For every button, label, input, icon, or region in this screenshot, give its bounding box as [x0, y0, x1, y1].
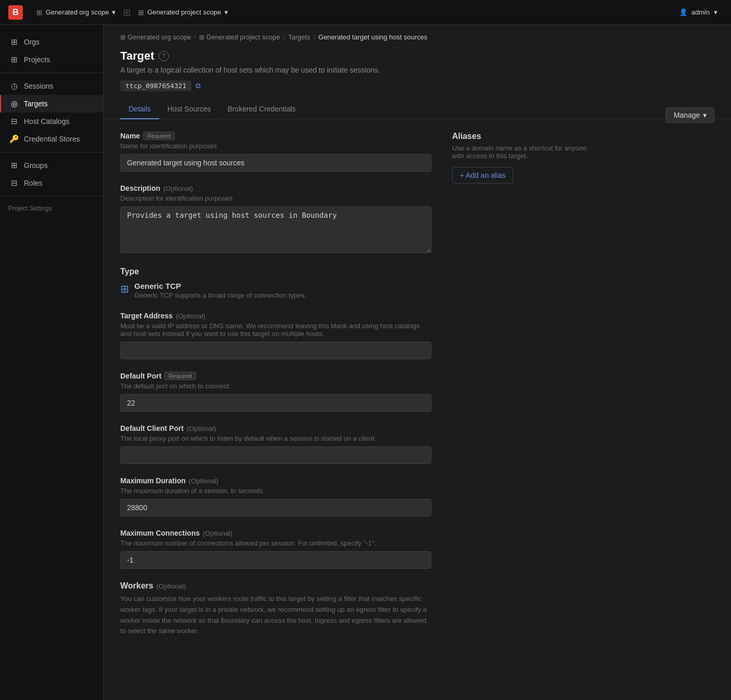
- sidebar-item-targets[interactable]: ◎ Targets: [0, 95, 103, 113]
- admin-user-icon: 👤: [679, 8, 687, 16]
- workers-optional-badge: (Optional): [157, 582, 186, 590]
- admin-menu[interactable]: 👤 admin ▾: [674, 6, 723, 18]
- targets-icon: ◎: [9, 99, 19, 108]
- target-address-label: Target Address: [120, 312, 173, 320]
- orgs-icon: ⊞: [9, 37, 19, 47]
- sidebar-item-roles[interactable]: ⊟ Roles: [0, 174, 103, 192]
- field-max-connections: Maximum Connections (Optional) The maxim…: [120, 529, 431, 569]
- default-port-required-badge: Required: [164, 372, 196, 380]
- max-duration-label: Maximum Duration: [120, 477, 186, 485]
- max-connections-optional-badge: (Optional): [203, 529, 232, 537]
- aliases-title: Aliases: [452, 132, 587, 141]
- sidebar-item-label-sessions: Sessions: [24, 82, 53, 90]
- default-port-input[interactable]: [120, 394, 431, 412]
- default-client-port-input[interactable]: [120, 446, 431, 464]
- name-input[interactable]: [120, 154, 431, 172]
- id-row: ttcp_0987654321 ⧉: [120, 80, 714, 91]
- sidebar-project-settings[interactable]: Project Settings: [0, 201, 103, 216]
- project-scope-selector[interactable]: ⊞ Generated project scope ▾: [133, 6, 233, 19]
- sidebar: ⊞ Orgs ⊞ Projects ◷ Sessions ◎ Targets ⊟…: [0, 25, 104, 700]
- admin-chevron-icon: ▾: [714, 8, 718, 16]
- max-duration-input[interactable]: [120, 499, 431, 516]
- help-icon[interactable]: ?: [159, 51, 169, 61]
- target-address-input[interactable]: [120, 342, 431, 359]
- max-duration-optional-badge: (Optional): [189, 477, 218, 485]
- topnav-separator: ⊞: [123, 7, 131, 18]
- description-label: Description: [120, 184, 160, 192]
- default-client-port-label: Default Client Port: [120, 424, 184, 432]
- field-description: Description (Optional) Description for i…: [120, 184, 431, 255]
- app-logo[interactable]: B: [8, 5, 23, 20]
- max-connections-desc: The maximum number of connections allowe…: [120, 539, 431, 547]
- org-scope-chevron-icon: ▾: [112, 8, 116, 16]
- target-id: ttcp_0987654321: [120, 80, 191, 91]
- description-textarea[interactable]: Provides a target using host sources in …: [120, 206, 431, 253]
- add-alias-button[interactable]: + Add an alias: [452, 167, 513, 184]
- breadcrumb-org[interactable]: ⊞ Generated org scope: [120, 33, 191, 41]
- workers-desc: You can customize how your workers route…: [120, 594, 431, 637]
- sidebar-item-label-host-catalogs: Host Catalogs: [24, 117, 69, 125]
- copy-id-icon[interactable]: ⧉: [195, 81, 201, 90]
- content-area: Name Required Name for identification pu…: [104, 119, 731, 649]
- admin-label: admin: [692, 8, 710, 16]
- side-panel: Aliases Use a domain name as a shortcut …: [452, 132, 587, 637]
- max-duration-desc: The maximum duration of a session, in se…: [120, 487, 431, 495]
- tab-host-sources[interactable]: Host Sources: [159, 100, 219, 119]
- target-address-optional-badge: (Optional): [176, 312, 205, 320]
- field-default-client-port: Default Client Port (Optional) The local…: [120, 424, 431, 464]
- page-subtitle: A target is a logical collection of host…: [120, 66, 714, 74]
- tab-brokered-credentials[interactable]: Brokered Credentials: [219, 100, 304, 119]
- projects-icon: ⊞: [9, 55, 19, 64]
- field-name: Name Required Name for identification pu…: [120, 132, 431, 172]
- type-card: ⊞ Generic TCP Generic TCP supports a bro…: [120, 282, 431, 299]
- sidebar-item-label-projects: Projects: [24, 55, 50, 64]
- description-optional-badge: (Optional): [163, 185, 193, 192]
- tabs: Details Host Sources Brokered Credential…: [104, 100, 731, 119]
- workers-label: Workers: [120, 581, 153, 591]
- form-main: Name Required Name for identification pu…: [120, 132, 431, 637]
- breadcrumb-current: Generated target using host sources: [318, 33, 427, 41]
- org-scope-icon: ⊞: [36, 8, 43, 17]
- sidebar-item-projects[interactable]: ⊞ Projects: [0, 51, 103, 68]
- aliases-desc: Use a domain name as a shortcut for anyo…: [452, 144, 587, 160]
- project-scope-chevron-icon: ▾: [224, 8, 228, 16]
- page-title: Target: [120, 49, 154, 63]
- default-client-port-optional-badge: (Optional): [187, 425, 216, 432]
- sidebar-item-label-roles: Roles: [24, 179, 43, 187]
- description-desc: Description for identification purposes: [120, 194, 431, 202]
- sidebar-divider-1: [0, 73, 103, 73]
- sidebar-item-credential-stores[interactable]: 🔑 Credential Stores: [0, 130, 103, 148]
- workers-section: Workers (Optional) You can customize how…: [120, 581, 431, 637]
- breadcrumb-project[interactable]: ⊞ Generated project scope: [199, 33, 280, 41]
- type-desc: Generic TCP supports a broad range of co…: [134, 291, 306, 299]
- project-scope-icon: ⊞: [138, 8, 144, 17]
- type-label: Type: [120, 267, 431, 276]
- page-header: Target ? Manage ▾ A target is a logical …: [104, 45, 731, 100]
- breadcrumb-sep-1: /: [194, 33, 196, 41]
- breadcrumb-sep-2: /: [283, 33, 285, 41]
- field-target-address: Target Address (Optional) Must be a vali…: [120, 312, 431, 359]
- breadcrumb-project-icon: ⊞: [199, 34, 204, 41]
- tab-details[interactable]: Details: [120, 100, 159, 119]
- breadcrumb-targets[interactable]: Targets: [288, 33, 311, 41]
- topnav: B ⊞ Generated org scope ▾ ⊞ ⊞ Generated …: [0, 0, 731, 25]
- sidebar-item-orgs[interactable]: ⊞ Orgs: [0, 33, 103, 51]
- max-connections-input[interactable]: [120, 551, 431, 569]
- manage-button[interactable]: Manage ▾: [666, 107, 714, 123]
- credential-stores-icon: 🔑: [9, 134, 19, 144]
- generic-tcp-icon: ⊞: [120, 283, 129, 295]
- host-catalogs-icon: ⊟: [9, 117, 19, 126]
- breadcrumb-sep-3: /: [313, 33, 315, 41]
- name-label: Name: [120, 132, 140, 140]
- manage-chevron-icon: ▾: [703, 111, 707, 119]
- sidebar-divider-3: [0, 196, 103, 197]
- sidebar-item-sessions[interactable]: ◷ Sessions: [0, 77, 103, 95]
- type-section: Type ⊞ Generic TCP Generic TCP supports …: [120, 267, 431, 299]
- sidebar-item-host-catalogs[interactable]: ⊟ Host Catalogs: [0, 113, 103, 130]
- sidebar-item-groups[interactable]: ⊞ Groups: [0, 157, 103, 174]
- field-default-port: Default Port Required The default port o…: [120, 372, 431, 412]
- groups-icon: ⊞: [9, 161, 19, 170]
- project-scope-label: Generated project scope: [147, 8, 221, 16]
- name-desc: Name for identification purposes: [120, 142, 431, 150]
- org-scope-selector[interactable]: ⊞ Generated org scope ▾: [31, 6, 121, 19]
